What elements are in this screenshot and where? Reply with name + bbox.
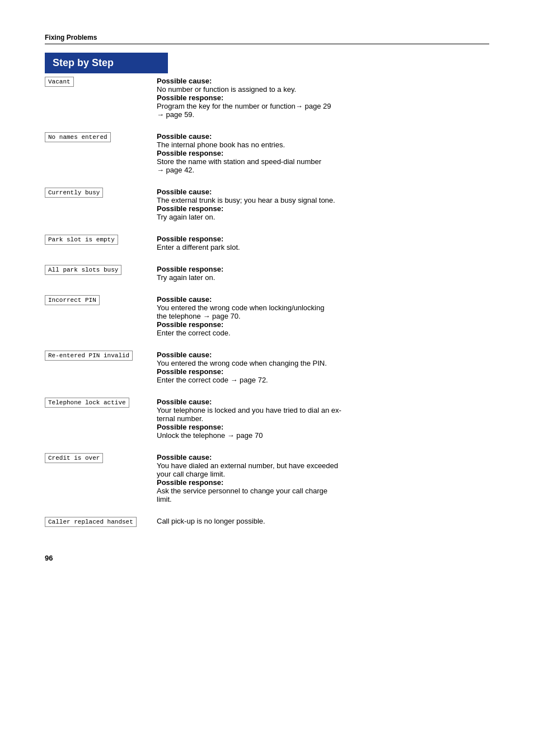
label-cell: Incorrect PIN — [45, 292, 157, 340]
desc-line: The external trunk is busy; you hear a b… — [157, 196, 489, 204]
desc-line: Possible cause: — [157, 132, 489, 141]
desc-line: Possible cause: — [157, 77, 489, 85]
desc-line: the telephone → page 70. — [157, 312, 489, 320]
divider — [45, 44, 489, 44]
step-by-step-header: Step by Step — [45, 53, 168, 73]
desc-line: Possible cause: — [157, 351, 489, 359]
desc-line: You have dialed an external number, but … — [157, 461, 489, 470]
label-box: Incorrect PIN — [45, 295, 100, 305]
page: Fixing Problems Step by Step VacantPossi… — [0, 0, 534, 756]
desc-line: Your telephone is locked and you have tr… — [157, 406, 489, 414]
label-box: No names entered — [45, 132, 111, 142]
desc-line: limit. — [157, 495, 489, 503]
desc-line: You entered the wrong code when changing… — [157, 359, 489, 367]
desc-line: Possible response: — [157, 204, 489, 213]
spacer-row — [45, 178, 489, 184]
table-row: VacantPossible cause:No number or functi… — [45, 73, 489, 122]
label-box: Credit is over — [45, 453, 103, 463]
table-row: Park slot is emptyPossible response:Ente… — [45, 231, 489, 255]
table-row: Credit is overPossible cause:You have di… — [45, 450, 489, 507]
desc-line: Possible response: — [157, 367, 489, 376]
desc-cell: Possible cause:The internal phone book h… — [157, 129, 489, 178]
desc-cell: Possible cause:You entered the wrong cod… — [157, 347, 489, 388]
desc-line: Possible response: — [157, 265, 489, 273]
label-cell: Re-entered PIN invalid — [45, 347, 157, 388]
table-row: Re-entered PIN invalidPossible cause:You… — [45, 347, 489, 388]
desc-line: Possible response: — [157, 149, 489, 157]
spacer-row — [45, 530, 489, 537]
label-cell: No names entered — [45, 129, 157, 178]
label-cell: Telephone lock active — [45, 394, 157, 443]
spacer-row — [45, 388, 489, 394]
spacer-row — [45, 507, 489, 514]
label-box: Re-entered PIN invalid — [45, 351, 133, 361]
desc-line: Possible cause: — [157, 453, 489, 461]
label-box: Caller replaced handset — [45, 517, 137, 527]
label-box: Telephone lock active — [45, 398, 129, 408]
desc-line: Call pick-up is no longer possible. — [157, 517, 489, 525]
content-table: VacantPossible cause:No number or functi… — [45, 73, 489, 537]
section-title: Fixing Problems — [45, 34, 489, 41]
table-row: Telephone lock activePossible cause:Your… — [45, 394, 489, 443]
spacer-row — [45, 255, 489, 262]
label-cell: Park slot is empty — [45, 231, 157, 255]
desc-line: Possible response: — [157, 94, 489, 102]
desc-line: Possible cause: — [157, 188, 489, 196]
table-row: Caller replaced handsetCall pick-up is n… — [45, 514, 489, 530]
desc-cell: Possible response:Enter a different park… — [157, 231, 489, 255]
desc-line: The internal phone book has no entries. — [157, 141, 489, 149]
desc-line: Ask the service personnel to change your… — [157, 487, 489, 495]
desc-line: Possible response: — [157, 320, 489, 329]
desc-cell: Possible cause:You have dialed an extern… — [157, 450, 489, 507]
desc-line: Try again later on. — [157, 273, 489, 282]
desc-line: You entered the wrong code when locking/… — [157, 304, 489, 312]
desc-line: No number or function is assigned to a k… — [157, 85, 489, 94]
spacer-row — [45, 225, 489, 231]
desc-line: Store the name with station and speed-di… — [157, 157, 489, 166]
spacer-row — [45, 340, 489, 347]
desc-line: Unlock the telephone → page 70 — [157, 431, 489, 440]
desc-line: Enter the correct code → page 72. — [157, 376, 489, 384]
label-cell: Vacant — [45, 73, 157, 122]
desc-line: ternal number. — [157, 414, 489, 423]
desc-cell: Possible cause:Your telephone is locked … — [157, 394, 489, 443]
desc-line: Try again later on. — [157, 213, 489, 221]
label-cell: Currently busy — [45, 184, 157, 225]
desc-cell: Possible cause:No number or function is … — [157, 73, 489, 122]
desc-line: Possible cause: — [157, 398, 489, 406]
desc-cell: Possible cause:The external trunk is bus… — [157, 184, 489, 225]
desc-cell: Call pick-up is no longer possible. — [157, 514, 489, 530]
spacer-row — [45, 122, 489, 129]
desc-cell: Possible response:Try again later on. — [157, 262, 489, 285]
label-box: Vacant — [45, 77, 74, 87]
label-box: All park slots busy — [45, 265, 121, 275]
spacer-row — [45, 443, 489, 450]
desc-line: Possible response: — [157, 235, 489, 243]
table-row: Currently busyPossible cause:The externa… — [45, 184, 489, 225]
label-cell: All park slots busy — [45, 262, 157, 285]
label-cell: Credit is over — [45, 450, 157, 507]
desc-line: Possible cause: — [157, 295, 489, 304]
desc-cell: Possible cause:You entered the wrong cod… — [157, 292, 489, 340]
spacer-row — [45, 285, 489, 292]
desc-line: Possible response: — [157, 478, 489, 487]
table-row: All park slots busyPossible response:Try… — [45, 262, 489, 285]
desc-line: Possible response: — [157, 423, 489, 431]
desc-line: your call charge limit. — [157, 470, 489, 478]
label-box: Park slot is empty — [45, 235, 118, 245]
label-cell: Caller replaced handset — [45, 514, 157, 530]
label-box: Currently busy — [45, 188, 103, 198]
table-row: No names enteredPossible cause:The inter… — [45, 129, 489, 178]
desc-line: Enter a different park slot. — [157, 243, 489, 251]
desc-line: Enter the correct code. — [157, 329, 489, 337]
desc-line: → page 42. — [157, 166, 489, 174]
page-number: 96 — [45, 554, 489, 562]
desc-line: Program the key for the number or functi… — [157, 102, 489, 110]
table-row: Incorrect PINPossible cause:You entered … — [45, 292, 489, 340]
desc-line: → page 59. — [157, 110, 489, 119]
